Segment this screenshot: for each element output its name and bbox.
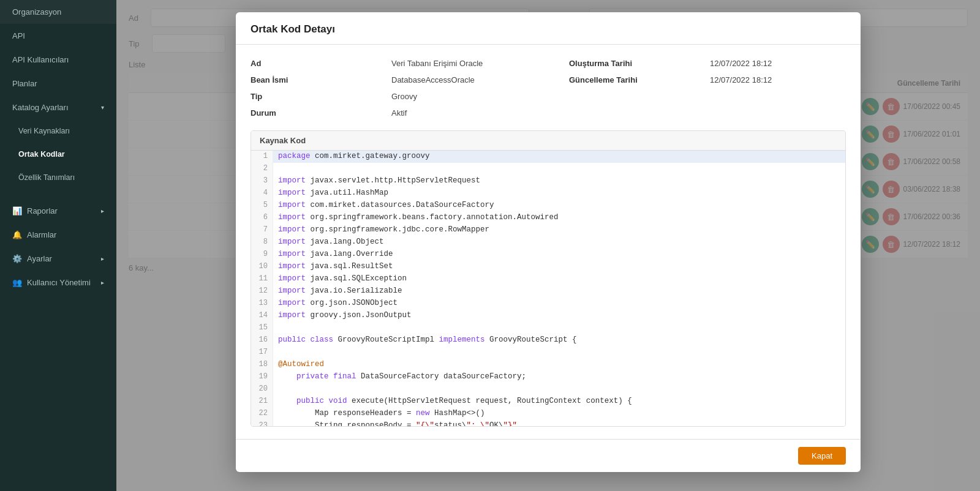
sidebar-label-kullanici-yonetimi: Kullanıcı Yönetimi (27, 278, 91, 287)
line-number: 14 (251, 310, 273, 322)
code-line: 10import java.sql.ResultSet (251, 261, 845, 273)
line-content (273, 347, 283, 359)
sidebar-item-ayarlar[interactable]: ⚙️ Ayarlar ▸ (0, 247, 116, 271)
durum-label: Durum (251, 107, 385, 119)
sidebar-label-raporlar: Raporlar (27, 206, 58, 216)
line-content: Map responseHeaders = new HashMap<>() (273, 408, 490, 420)
sidebar: Organizasyon API API Kullanıcıları Planl… (0, 0, 116, 491)
line-number: 3 (251, 175, 273, 187)
sidebar-item-raporlar[interactable]: 📊 Raporlar ▸ (0, 199, 116, 223)
line-number: 18 (251, 359, 273, 371)
olusturma-tarihi-label: Oluşturma Tarihi (569, 57, 704, 70)
sidebar-item-alarmlar[interactable]: 🔔 Alarmlar (0, 223, 116, 247)
bell-icon: 🔔 (12, 230, 22, 239)
sidebar-label-planlar: Planlar (12, 79, 37, 88)
line-content: import java.util.HashMap (273, 187, 393, 200)
line-content: import org.json.JSONObject (273, 298, 402, 310)
code-line: 15 (251, 322, 845, 334)
sidebar-item-ozellik-tanimlari[interactable]: Özellik Tanımları (0, 166, 116, 189)
line-number: 23 (251, 420, 273, 426)
line-number: 16 (251, 334, 273, 347)
code-line: 2 (251, 163, 845, 175)
sidebar-item-api-kullanicilari[interactable]: API Kullanıcıları (0, 48, 116, 72)
chevron-down-icon: ▾ (101, 104, 104, 111)
code-line: 5import com.mirket.datasources.DataSourc… (251, 200, 845, 212)
line-content (273, 163, 283, 175)
code-line: 23 String responseBody = "{\"status\": \… (251, 420, 845, 426)
sidebar-label-ayarlar: Ayarlar (27, 254, 52, 263)
modal: Ortak Kod Detayı Ad Veri Tabanı Erişimi … (236, 12, 861, 472)
code-line: 7import org.springframework.jdbc.core.Ro… (251, 224, 845, 236)
line-content: import groovy.json.JsonOutput (273, 310, 417, 322)
code-line: 12import java.io.Serializable (251, 285, 845, 298)
line-number: 21 (251, 395, 273, 408)
sidebar-label-ortak-kodlar: Ortak Kodlar (18, 150, 65, 159)
modal-title: Ortak Kod Detayı (251, 23, 335, 35)
sidebar-label-api-kullanicilari: API Kullanıcıları (12, 55, 69, 64)
line-content: import java.lang.Object (273, 236, 389, 249)
line-number: 12 (251, 285, 273, 298)
line-content: import com.mirket.datasources.DataSource… (273, 200, 499, 212)
code-line: 22 Map responseHeaders = new HashMap<>() (251, 408, 845, 420)
code-line: 9import java.lang.Override (251, 249, 845, 261)
sidebar-item-organizasyon[interactable]: Organizasyon (0, 0, 116, 24)
close-button[interactable]: Kapat (798, 447, 846, 465)
code-line: 4import java.util.HashMap (251, 187, 845, 200)
ad-field-label: Ad (251, 57, 385, 70)
line-number: 13 (251, 298, 273, 310)
line-content: import org.springframework.jdbc.core.Row… (273, 224, 494, 236)
user-icon: 👥 (12, 278, 22, 287)
guncelleme-tarihi-value: 12/07/2022 18:12 (710, 73, 846, 86)
line-content: @Autowired (273, 359, 329, 371)
line-content: import java.lang.Override (273, 249, 398, 261)
sidebar-item-planlar[interactable]: Planlar (0, 72, 116, 96)
line-content: import org.springframework.beans.factory… (273, 212, 564, 224)
line-content: import javax.servlet.http.HttpServletReq… (273, 175, 485, 187)
sidebar-item-veri-kaynaklari[interactable]: Veri Kaynakları (0, 119, 116, 143)
code-line: 19 private final DataSourceFactory dataS… (251, 371, 845, 383)
modal-body: Ad Veri Tabanı Erişimi Oracle Oluşturma … (236, 45, 861, 439)
line-number: 15 (251, 322, 273, 334)
line-content (273, 322, 283, 334)
code-line: 8import java.lang.Object (251, 236, 845, 249)
sidebar-label-alarmlar: Alarmlar (27, 230, 56, 239)
bean-ismi-value: DatabaseAccessOracle (391, 73, 563, 86)
guncelleme-tarihi-label: Güncelleme Tarihi (569, 73, 704, 86)
code-line: 6import org.springframework.beans.factor… (251, 212, 845, 224)
sidebar-label-api: API (12, 31, 25, 40)
sidebar-label-veri-kaynaklari: Veri Kaynakları (18, 127, 70, 135)
gear-icon: ⚙️ (12, 254, 22, 263)
chart-icon: 📊 (12, 206, 22, 216)
line-number: 6 (251, 212, 273, 224)
line-number: 4 (251, 187, 273, 200)
sidebar-item-ortak-kodlar[interactable]: Ortak Kodlar (0, 143, 116, 166)
sidebar-item-katalog-ayarlari[interactable]: Katalog Ayarları ▾ (0, 96, 116, 119)
line-content: String responseBody = "{\"status\": \"OK… (273, 420, 522, 426)
durum-value: Aktif (391, 107, 563, 119)
chevron-right-icon: ▸ (101, 208, 104, 214)
tip-value: Groovy (391, 90, 563, 103)
main-content: Ad Bean İsmi Tip Durum 🔍 Ara Liste Günce… (116, 0, 980, 491)
code-content[interactable]: 1package com.mirket.gateway.groovy23impo… (251, 151, 845, 426)
sidebar-label-katalog-ayarlari: Katalog Ayarları (12, 103, 69, 112)
info-grid: Ad Veri Tabanı Erişimi Oracle Oluşturma … (251, 57, 846, 119)
line-content: import java.sql.ResultSet (273, 261, 398, 273)
sidebar-item-kullanici-yonetimi[interactable]: 👥 Kullanıcı Yönetimi ▸ (0, 271, 116, 294)
line-content: public void execute(HttpServletRequest r… (273, 395, 637, 408)
code-line: 21 public void execute(HttpServletReques… (251, 395, 845, 408)
tip-label: Tip (251, 90, 385, 103)
code-line: 16public class GroovyRouteScriptImpl imp… (251, 334, 845, 347)
sidebar-label-organizasyon: Organizasyon (12, 7, 61, 17)
chevron-right-icon-ayarlar: ▸ (101, 255, 104, 262)
line-number: 17 (251, 347, 273, 359)
code-line: 14import groovy.json.JsonOutput (251, 310, 845, 322)
sidebar-item-api[interactable]: API (0, 24, 116, 48)
line-number: 19 (251, 371, 273, 383)
bean-ismi-label: Bean İsmi (251, 73, 385, 86)
line-content (273, 383, 283, 395)
code-line: 20 (251, 383, 845, 395)
olusturma-tarihi-value: 12/07/2022 18:12 (710, 57, 846, 70)
modal-footer: Kapat (236, 439, 861, 472)
line-number: 10 (251, 261, 273, 273)
code-line: 1package com.mirket.gateway.groovy (251, 151, 845, 163)
